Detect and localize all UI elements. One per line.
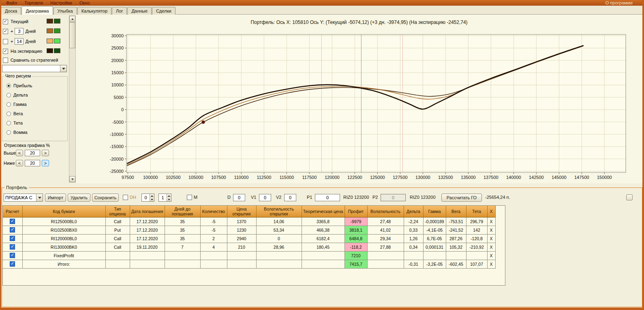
strategy-compare-select[interactable] [2,65,67,72]
percent-value[interactable]: 20 [25,160,40,166]
column-header[interactable]: Тип опциона [105,206,130,217]
menu-item[interactable]: Файл [2,0,21,5]
row-calc-checkbox[interactable] [10,261,15,267]
profit-color-swatch[interactable] [47,39,53,43]
compare-strategy-checkbox[interactable] [3,58,8,63]
row-calc-checkbox[interactable] [10,236,15,241]
radio-button[interactable] [6,112,11,116]
tab[interactable]: Данные [127,7,152,15]
dh-checkbox[interactable] [123,195,128,200]
tab[interactable]: Диаграмма [21,6,53,15]
percent-value[interactable]: 20 [25,150,40,156]
tab[interactable]: Сделки [152,7,175,15]
scrollbar-thumb[interactable] [69,22,75,48]
radio-option[interactable]: Дельта [6,92,28,98]
radio-button[interactable] [6,93,11,97]
payoff-chart[interactable]: 9750010000010250010500010750011000011250… [76,15,642,183]
line-checkbox[interactable] [3,49,8,54]
panel-mini-button[interactable] [626,194,633,200]
days-input[interactable]: 14 [15,38,24,45]
radio-button[interactable] [6,121,11,125]
increase-button[interactable]: > [42,160,49,166]
delete-row-button[interactable]: X [487,234,495,243]
tab[interactable]: Калькулятор [77,7,111,15]
radio-button[interactable] [6,130,11,135]
radio-option[interactable]: Тета [6,120,23,126]
column-header[interactable]: X [487,206,495,217]
delete-row-button[interactable]: X [487,217,495,226]
radio-option[interactable]: Вомма [6,129,28,136]
delete-button[interactable]: Удалить [68,194,90,202]
tab[interactable]: Улыбка [53,7,77,15]
greek-color-swatch[interactable] [54,28,60,33]
delete-row-button[interactable]: X [487,243,495,251]
dh-spinner-1[interactable]: 0 [141,194,154,202]
spin-down-button[interactable] [167,198,171,201]
line-checkbox[interactable] [3,29,8,34]
m-checkbox[interactable] [187,195,192,200]
column-header[interactable]: Код бумаги [22,206,105,217]
line-checkbox[interactable] [3,19,8,24]
delete-row-button[interactable]: X [487,251,495,260]
row-calc-checkbox[interactable] [10,244,15,250]
menu-item[interactable]: Торговля [21,0,47,5]
days-input[interactable]: 3 [15,28,24,34]
combo-arrow-button[interactable] [60,65,66,72]
column-header[interactable]: Количество [200,206,227,217]
panel-scrollbar[interactable] [69,15,76,183]
column-header[interactable]: Вега [446,206,466,217]
d-field[interactable]: 0 [233,194,245,201]
greek-color-swatch[interactable] [54,48,60,53]
row-calc-checkbox[interactable] [10,253,15,258]
column-header[interactable]: Гамма [423,206,446,217]
radio-option[interactable]: Гамма [6,101,27,108]
row-calc-checkbox[interactable] [10,227,15,232]
scrollbar-down-button[interactable] [69,176,75,182]
column-header[interactable]: Волатильность открытия [256,206,302,217]
column-header[interactable]: Теоретическая цена [302,206,344,217]
column-header[interactable]: Дельта [404,206,423,217]
menu-item[interactable]: Окно [76,0,94,5]
column-header[interactable]: Цена открытия [227,206,256,217]
spin-up-button[interactable] [167,194,171,198]
menu-item[interactable]: Настройки [47,0,76,5]
row-calc-checkbox[interactable] [10,219,15,224]
profit-color-swatch[interactable] [47,48,53,53]
v2-field[interactable]: 0 [284,194,296,201]
import-button[interactable]: Импорт [45,194,66,202]
spin-down-button[interactable] [150,198,154,201]
calc-go-button[interactable]: Рассчитать ГО [441,194,482,202]
greek-color-swatch[interactable] [54,39,60,43]
increase-button[interactable]: > [42,150,49,156]
radio-option[interactable]: Прибыль [6,82,32,89]
column-header[interactable]: Профит [344,206,367,217]
column-header[interactable]: Тета [466,206,487,217]
column-header[interactable]: Дней до погашения [165,206,200,217]
scrollbar-up-button[interactable] [69,16,75,22]
column-header[interactable]: Дата погашения [130,206,165,217]
strategy-select[interactable]: ПРОДАЖА С [4,194,43,202]
column-header[interactable]: Расчет [3,206,22,217]
column-header[interactable]: Волатильность [367,206,404,217]
decrease-button[interactable]: < [16,150,23,156]
greek-color-swatch[interactable] [54,19,60,24]
radio-option[interactable]: Вега [6,110,23,117]
decrease-button[interactable]: < [16,160,23,166]
tab[interactable]: Доска [1,7,21,15]
line-checkbox[interactable] [3,39,8,44]
menu-item-about[interactable]: О программе [602,0,644,5]
v1-field[interactable]: 0 [259,194,271,201]
tab[interactable]: Лог [112,7,127,15]
p1-field[interactable]: 0 [315,194,340,201]
profit-color-swatch[interactable] [47,28,53,33]
radio-button[interactable] [6,84,11,88]
radio-button[interactable] [6,102,11,107]
delete-row-button[interactable]: X [487,226,495,234]
spin-up-button[interactable] [150,194,154,198]
dh-spinner-2[interactable]: 1 [158,194,171,202]
delete-row-button[interactable]: X [487,260,495,268]
p2-field[interactable]: 0 [381,194,406,201]
profit-color-swatch[interactable] [47,19,53,24]
strategy-combo-arrow-button[interactable] [36,194,43,201]
save-button[interactable]: Сохранить [92,194,119,202]
